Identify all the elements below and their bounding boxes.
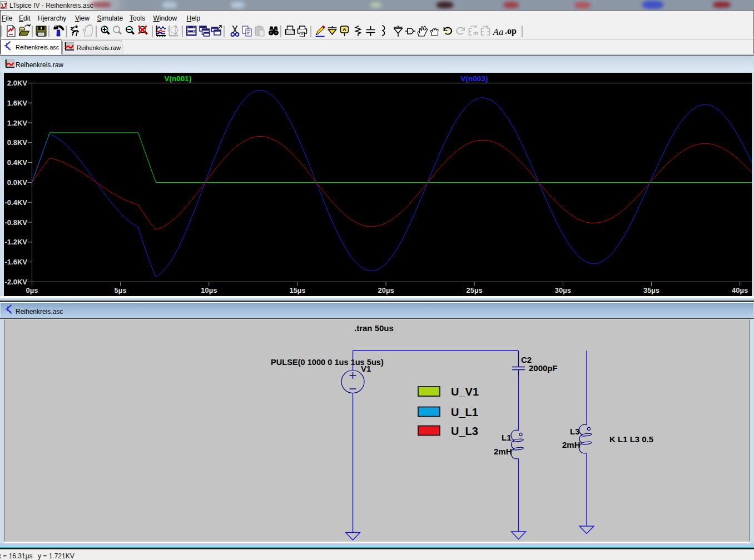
svg-text:30µs: 30µs (555, 286, 571, 294)
svg-text:2.0KV: 2.0KV (7, 79, 27, 87)
svg-text:V(n001): V(n001) (165, 74, 192, 83)
svg-text:.op: .op (505, 26, 517, 36)
svg-text:0.8KV: 0.8KV (7, 138, 27, 147)
svg-text:Aa: Aa (493, 27, 504, 37)
svg-text:20µs: 20µs (378, 286, 394, 294)
svg-text:-1.2KV: -1.2KV (5, 238, 28, 246)
svg-text:-2.0KV: -2.0KV (5, 278, 28, 286)
svg-text:-0.8KV: -0.8KV (5, 218, 28, 227)
svg-text:0µs: 0µs (26, 286, 38, 294)
svg-text:10µs: 10µs (201, 286, 217, 294)
svg-text:25µs: 25µs (467, 286, 483, 294)
svg-text:-1.6KV: -1.6KV (5, 258, 28, 266)
svg-text:35µs: 35µs (643, 286, 659, 294)
svg-text:-0.4KV: -0.4KV (5, 198, 28, 207)
svg-text:0.4KV: 0.4KV (7, 158, 27, 167)
svg-text:A: A (343, 27, 346, 32)
svg-text:V(n003): V(n003) (461, 74, 488, 83)
svg-text:5µs: 5µs (115, 286, 127, 294)
svg-text:0.0KV: 0.0KV (7, 178, 27, 187)
svg-text:1.2KV: 1.2KV (7, 119, 27, 127)
svg-text:40µs: 40µs (732, 286, 748, 294)
svg-text:15µs: 15µs (289, 286, 305, 294)
svg-text:1.6KV: 1.6KV (7, 99, 27, 107)
